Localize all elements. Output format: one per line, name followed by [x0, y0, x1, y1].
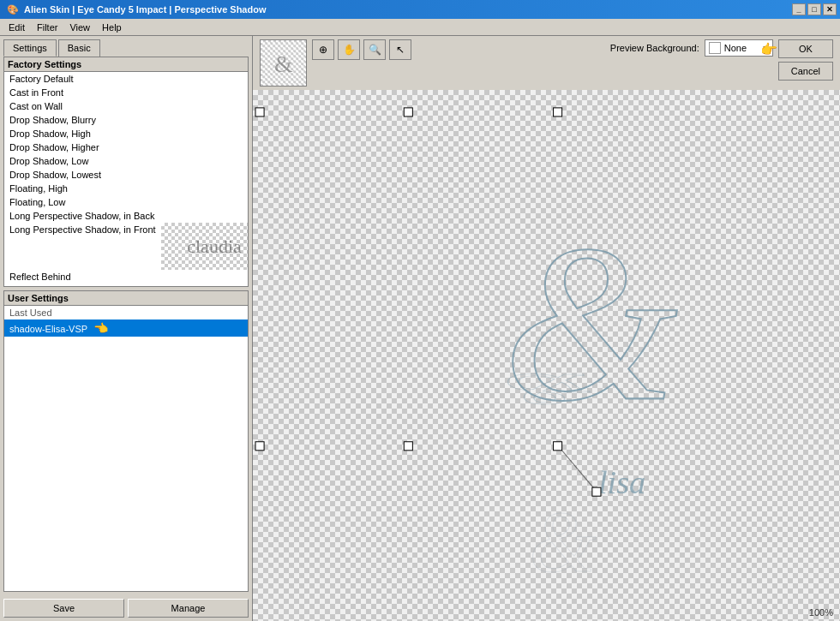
zoom-level: 100%	[809, 607, 833, 618]
factory-settings-list-wrapper: Factory Default Cast in Front Cast on Wa…	[4, 72, 248, 286]
hand-icon: ✋	[343, 44, 356, 56]
left-panel: Settings Basic Factory Settings Factory …	[0, 36, 253, 621]
svg-rect-15	[404, 108, 412, 116]
svg-text:claudia: claudia	[187, 236, 242, 257]
preview-bg-value: None	[724, 43, 747, 53]
factory-settings-section: Factory Settings Factory Default Cast in…	[3, 57, 249, 287]
svg-text:&: &	[529, 494, 596, 590]
save-button[interactable]: Save	[3, 599, 124, 618]
list-item[interactable]: Drop Shadow, Low	[4, 154, 248, 168]
right-top-area: & ⊕ ✋ 🔍 ↖	[253, 36, 840, 90]
list-item[interactable]: Long Perspective Shadow, in Back	[4, 209, 248, 223]
tool-buttons: ⊕ ✋ 🔍 ↖	[312, 39, 411, 60]
right-panel: & ⊕ ✋ 🔍 ↖	[253, 36, 840, 621]
factory-settings-header: Factory Settings	[4, 57, 248, 72]
svg-rect-21	[592, 487, 601, 496]
menu-view[interactable]: View	[64, 21, 95, 34]
svg-text:&: &	[503, 365, 591, 415]
color-swatch	[709, 42, 721, 54]
svg-rect-18	[404, 442, 412, 451]
move-icon: ⊕	[319, 44, 327, 56]
menu-help[interactable]: Help	[97, 21, 127, 34]
menu-filter[interactable]: Filter	[32, 21, 63, 34]
user-settings-section: User Settings Last Used shadow-Elisa-VSP…	[3, 290, 249, 592]
zoom-tool-button[interactable]: 🔍	[363, 39, 386, 60]
list-item[interactable]: Floating, High	[4, 182, 248, 195]
tabs-row: Settings Basic	[0, 36, 252, 57]
hand-cursor-icon: 👈	[93, 321, 108, 335]
selected-user-setting[interactable]: shadow-Elisa-VSP 👈	[4, 319, 248, 337]
list-item[interactable]: Floating, Low	[4, 195, 248, 209]
list-item[interactable]: Drop Shadow, High	[4, 127, 248, 140]
list-item[interactable]: Long Perspective Shadow, in Front	[4, 223, 161, 270]
menu-bar: Edit Filter View Help	[0, 19, 840, 36]
ok-hand-icon: 👉	[760, 41, 777, 57]
title-bar: 🎨 Alien Skin | Eye Candy 5 Impact | Pers…	[0, 0, 840, 19]
svg-rect-17	[255, 442, 264, 451]
preview-thumb-small: &	[260, 39, 307, 87]
thumb-content: &	[261, 40, 306, 86]
menu-edit[interactable]: Edit	[3, 21, 30, 34]
svg-rect-14	[255, 108, 264, 116]
list-item-with-preview[interactable]: Long Perspective Shadow, in Front	[4, 223, 248, 270]
list-item[interactable]: Drop Shadow, Blurry	[4, 113, 248, 127]
svg-text:lisa: lisa	[598, 464, 645, 500]
list-item[interactable]: Drop Shadow, Higher	[4, 140, 248, 154]
minimize-button[interactable]: _	[792, 3, 806, 15]
list-item[interactable]: Cast on Wall	[4, 99, 248, 113]
window-title: Alien Skin | Eye Candy 5 Impact | Perspe…	[24, 4, 266, 15]
manage-button[interactable]: Manage	[128, 599, 249, 618]
bottom-buttons: Save Manage	[0, 595, 252, 621]
last-used-label: Last Used	[4, 306, 248, 319]
svg-rect-16	[554, 108, 562, 116]
user-settings-header: User Settings	[4, 291, 248, 306]
action-buttons: 👉 OK Cancel	[778, 39, 833, 81]
preview-canvas[interactable]: & & lisa & 100	[253, 90, 840, 621]
move-tool-button[interactable]: ⊕	[312, 39, 334, 60]
tab-settings[interactable]: Settings	[3, 39, 57, 57]
select-tool-button[interactable]: ↖	[389, 39, 411, 60]
cancel-button[interactable]: Cancel	[778, 62, 833, 81]
preview-bg-row: Preview Background: None ▼	[610, 39, 773, 57]
preview-thumbnail: claudia	[161, 223, 248, 270]
list-item[interactable]: Reflect in Front	[4, 284, 248, 286]
main-content: Settings Basic Factory Settings Factory …	[0, 36, 840, 621]
list-item[interactable]: Factory Default	[4, 72, 248, 86]
artwork-svg: & & lisa &	[253, 90, 840, 621]
svg-rect-19	[554, 442, 562, 451]
close-button[interactable]: ✕	[823, 3, 837, 15]
tab-basic[interactable]: Basic	[58, 39, 100, 57]
zoom-icon: 🔍	[369, 44, 381, 56]
app-icon: 🎨	[7, 4, 19, 15]
maximize-button[interactable]: □	[807, 3, 821, 15]
list-item[interactable]: Cast in Front	[4, 86, 248, 99]
factory-settings-list[interactable]: Factory Default Cast in Front Cast on Wa…	[4, 72, 248, 286]
list-item[interactable]: Drop Shadow, Lowest	[4, 168, 248, 182]
svg-text:&: &	[274, 51, 293, 77]
preview-bg-label: Preview Background:	[610, 43, 699, 53]
hand-tool-button[interactable]: ✋	[338, 39, 360, 60]
ok-button[interactable]: 👉 OK	[778, 39, 833, 58]
select-icon: ↖	[396, 44, 405, 56]
list-item[interactable]: Reflect Behind	[4, 270, 248, 284]
